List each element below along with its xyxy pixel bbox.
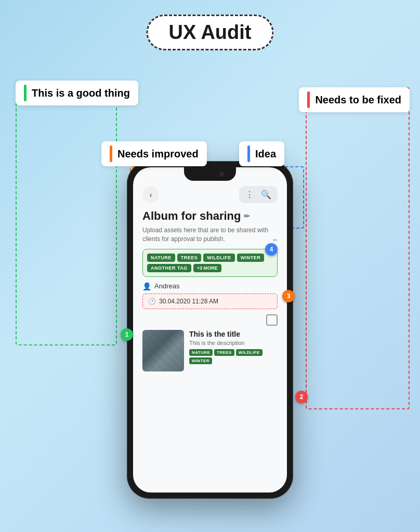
media-tag-nature[interactable]: NATURE	[189, 349, 213, 356]
badge-3: 3	[282, 290, 295, 302]
back-button[interactable]: ‹	[142, 187, 159, 203]
title-text: UX Audit	[168, 21, 251, 43]
tag-winter[interactable]: WINTER	[237, 254, 265, 262]
date-row: 🕐 30.04.2020 11:28 AM	[142, 294, 278, 309]
annotation-idea-text: Idea	[255, 148, 276, 160]
tag-trees[interactable]: TREES	[177, 254, 202, 262]
good-dashed-border	[16, 81, 117, 345]
user-row: 👤 Andreas	[142, 282, 278, 290]
date-text: 30.04.2020 11:28 AM	[159, 298, 218, 305]
media-item: This is the title This is the descriptio…	[142, 330, 278, 371]
tags-container: NATURE TREES WILDLIFE WINTER ANOTHER TAG…	[142, 249, 278, 277]
more-icon[interactable]: ⋮	[243, 189, 256, 201]
select-checkbox[interactable]	[266, 314, 278, 326]
media-tag-trees[interactable]: TREES	[214, 349, 234, 356]
media-info: This is the title This is the descriptio…	[189, 330, 278, 364]
media-tag-wildlife[interactable]: WILDLIFE	[236, 349, 262, 356]
media-tag-winter[interactable]: WINTER	[189, 357, 212, 364]
checkbox-row	[142, 314, 278, 326]
media-tags: NATURE TREES WILDLIFE WINTER	[189, 349, 278, 364]
phone-notch	[184, 167, 236, 181]
annotation-fix-text: Needs to be fixed	[315, 94, 401, 106]
badge-2: 2	[295, 391, 308, 403]
media-title: This is the title	[189, 330, 278, 338]
phone-mockup: ‹ ⋮ 🔍 Album for sharing ✏ Upload assets …	[127, 161, 293, 499]
phone-screen: ‹ ⋮ 🔍 Album for sharing ✏ Upload assets …	[133, 167, 287, 493]
annotation-good: This is a good thing	[16, 81, 138, 105]
annotation-fix: Needs to be fixed	[299, 87, 410, 112]
tag-another[interactable]: ANOTHER TAG	[147, 264, 191, 272]
user-icon: 👤	[142, 282, 151, 290]
header-actions: ⋮ 🔍	[239, 186, 278, 203]
tag-wildlife[interactable]: WILDLIFE	[203, 254, 235, 262]
tags-row: NATURE TREES WILDLIFE WINTER ANOTHER TAG…	[147, 254, 273, 272]
tag-nature[interactable]: NATURE	[147, 254, 175, 262]
badge-1: 1	[121, 328, 133, 341]
badge-4: 4	[265, 243, 278, 256]
search-icon[interactable]: 🔍	[259, 189, 273, 201]
album-title: Album for sharing ✏	[142, 209, 278, 223]
annotation-good-text: This is a good thing	[32, 87, 130, 99]
thumbnail-image	[142, 330, 184, 371]
media-desc: This is the description	[189, 340, 278, 346]
user-name: Andreas	[154, 282, 179, 290]
phone-content: ‹ ⋮ 🔍 Album for sharing ✏ Upload assets …	[133, 167, 287, 493]
tag-more[interactable]: +3 MORE	[193, 264, 221, 272]
annotation-idea: Idea	[239, 141, 284, 166]
annotation-improve: Needs improved	[101, 141, 207, 166]
album-description: Upload assets here that are to be shared…	[142, 226, 278, 244]
phone-header: ‹ ⋮ 🔍	[142, 186, 278, 203]
fix-dashed-border	[306, 87, 410, 409]
annotation-improve-text: Needs improved	[117, 148, 199, 160]
page-title: UX Audit	[146, 15, 273, 50]
media-thumbnail	[142, 330, 184, 371]
phone-outer: ‹ ⋮ 🔍 Album for sharing ✏ Upload assets …	[127, 161, 293, 499]
clock-icon: 🕐	[148, 298, 156, 305]
camera-icon	[219, 171, 225, 177]
edit-pencil-icon[interactable]: ✏	[244, 212, 250, 220]
